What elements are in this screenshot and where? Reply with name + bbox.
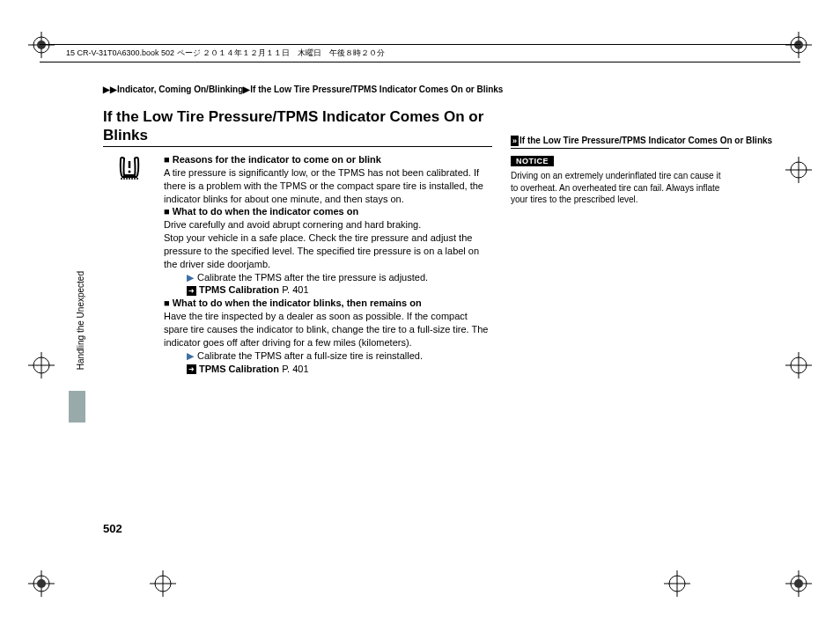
svg-point-7 [794, 40, 803, 49]
svg-point-20 [37, 579, 46, 588]
page-number: 502 [103, 522, 122, 535]
svg-point-32 [129, 171, 131, 173]
registration-mark-icon [785, 32, 812, 58]
page-title: If the Low Tire Pressure/TPMS Indicator … [103, 107, 490, 148]
what-blink-text: Have the tire inspected by a dealer as s… [164, 310, 492, 349]
what-blink-action: Calibrate the TPMS after a full-size tir… [187, 349, 492, 363]
registration-mark-icon [28, 570, 55, 597]
registration-mark-icon [664, 570, 690, 597]
sidebar-title: »If the Low Tire Pressure/TPMS Indicator… [511, 136, 772, 146]
registration-mark-icon [150, 570, 176, 597]
registration-mark-icon [785, 570, 812, 597]
header-rule [40, 62, 800, 62]
ref-label: TPMS Calibration [199, 284, 279, 295]
breadcrumb: ▶▶Indicator, Coming On/Blinking▶If the L… [103, 85, 503, 94]
tpms-indicator-icon [115, 156, 144, 180]
chapter-label: Handling the Unexpected [76, 271, 85, 370]
reference-link: ➜TPMS Calibration P. 401 [187, 363, 492, 376]
registration-mark-icon [28, 32, 55, 58]
chapter-tab [69, 391, 85, 423]
sidebar-title-text: If the Low Tire Pressure/TPMS Indicator … [519, 136, 772, 145]
reference-icon: ➜ [187, 286, 196, 296]
main-content: Reasons for the indicator to come on or … [164, 153, 492, 375]
svg-point-24 [794, 579, 803, 588]
reference-icon: ➜ [187, 364, 196, 374]
ref-page: P. 401 [282, 364, 308, 374]
title-underline [103, 146, 492, 147]
registration-mark-icon [28, 352, 55, 378]
reasons-heading: Reasons for the indicator to come on or … [164, 153, 492, 166]
ref-page: P. 401 [282, 284, 308, 295]
notice-text: Driving on an extremely underinflated ti… [511, 170, 729, 206]
header-rule [40, 44, 800, 45]
svg-point-3 [37, 40, 46, 49]
registration-mark-icon [785, 157, 812, 183]
what-on-heading: What to do when the indicator comes on [164, 205, 492, 218]
sidebar-underline [511, 148, 729, 149]
what-blink-heading: What to do when the indicator blinks, th… [164, 297, 492, 310]
notice-badge: NOTICE [511, 156, 554, 166]
registration-mark-icon [785, 352, 812, 378]
double-arrow-icon: » [511, 136, 519, 146]
what-on-text1: Drive carefully and avoid abrupt corneri… [164, 218, 492, 231]
reference-link: ➜TPMS Calibration P. 401 [187, 283, 492, 297]
reasons-text: A tire pressure is significantly low, or… [164, 166, 492, 206]
ref-label: TPMS Calibration [199, 364, 279, 374]
header-filename: 15 CR-V-31T0A6300.book 502 ページ ２０１４年１２月１… [66, 48, 385, 59]
what-on-action: Calibrate the TPMS after the tire pressu… [187, 271, 492, 284]
what-on-text2: Stop your vehicle in a safe place. Check… [164, 231, 492, 271]
